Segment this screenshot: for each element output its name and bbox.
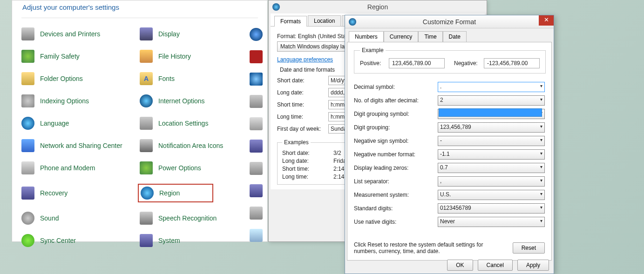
family-icon: [21, 50, 34, 63]
digits-after-label: No. of digits after decimal:: [354, 97, 438, 104]
programs-icon: [250, 162, 263, 175]
cp-item-location[interactable]: Location Settings: [158, 120, 208, 127]
homegroup-icon: [250, 73, 263, 86]
decimal-symbol-label: Decimal symbol:: [354, 84, 438, 90]
location-icon: [140, 117, 153, 130]
first-day-label: First day of week:: [277, 126, 328, 132]
network-icon: [21, 139, 34, 152]
neg-sign-label: Negative sign symbol:: [354, 138, 438, 144]
region-title: Region: [367, 3, 388, 11]
cancel-button[interactable]: Cancel: [478, 260, 513, 271]
cp-item-region[interactable]: Region: [159, 189, 180, 197]
control-panel-col3-icons: [250, 19, 268, 251]
positive-value: 123,456,789.00: [389, 58, 445, 68]
speech-icon: [140, 212, 153, 225]
ex-short-date-lbl: Short date:: [282, 150, 333, 156]
example-fieldset: Example Positive: 123,456,789.00 Negativ…: [354, 47, 546, 74]
power-icon: [140, 161, 153, 174]
measurement-label: Measurement system:: [354, 192, 438, 198]
close-button[interactable]: ✕: [539, 15, 554, 26]
leading-zeros-label: Display leading zeros:: [354, 165, 438, 171]
example-legend: Example: [360, 47, 386, 53]
cp-item-fonts[interactable]: Fonts: [158, 75, 175, 82]
history-icon: [140, 50, 153, 63]
apply-button[interactable]: Apply: [517, 260, 549, 271]
region-highlight-box: Region: [138, 184, 213, 202]
list-separator-label: List separator:: [354, 178, 438, 185]
ex-short-time-val: 2:14: [333, 166, 344, 172]
grouping-combo[interactable]: 123,456,789: [438, 122, 545, 133]
cp-item-network[interactable]: Network and Sharing Center: [40, 142, 122, 149]
sound-icon: [21, 212, 34, 225]
native-digits-combo[interactable]: Never: [438, 217, 545, 227]
native-digits-label: Use native digits:: [354, 219, 438, 225]
language-pref-link[interactable]: Language preferences: [277, 56, 333, 63]
cp-item-phone[interactable]: Phone and Modem: [40, 164, 95, 172]
list-separator-combo[interactable]: ,: [438, 176, 545, 187]
ex-short-date-val: 3/2: [333, 150, 341, 156]
cp-item-internet[interactable]: Internet Options: [158, 97, 205, 105]
ex-long-time-lbl: Long time:: [282, 174, 333, 180]
digits-after-combo[interactable]: 2: [438, 95, 545, 106]
ok-button[interactable]: OK: [447, 260, 473, 271]
std-digits-label: Standard digits:: [354, 205, 438, 212]
cp-item-recovery[interactable]: Recovery: [40, 189, 68, 197]
region-titlebar[interactable]: Region: [269, 0, 487, 13]
tab-location[interactable]: Location: [308, 15, 341, 26]
globe-icon: [272, 3, 280, 11]
leading-zeros-combo[interactable]: 0.7: [438, 163, 545, 173]
cp-item-folder[interactable]: Folder Options: [40, 75, 83, 82]
display-icon: [140, 27, 153, 40]
short-time-label: Short time:: [277, 101, 328, 108]
grouping-label: Digit grouping:: [354, 124, 438, 131]
tab-numbers[interactable]: Numbers: [349, 31, 384, 42]
notification-icon: [140, 139, 153, 152]
ex-short-time-lbl: Short time:: [282, 166, 333, 172]
decimal-symbol-dropdown-list[interactable]: [439, 108, 542, 117]
cp-item-family[interactable]: Family Safety: [40, 53, 80, 60]
cp-item-power[interactable]: Power Options: [158, 164, 201, 172]
printer-icon: [21, 27, 34, 40]
neg-sign-combo[interactable]: -: [438, 136, 545, 146]
control-panel-items: Devices and Printers Display Family Safe…: [12, 18, 267, 256]
short-date-label: Short date:: [277, 77, 328, 84]
sync-icon: [21, 234, 34, 247]
cp-item-speech[interactable]: Speech Recognition: [158, 214, 217, 222]
taskbar-icon: [250, 229, 263, 242]
storage-icon: [250, 207, 263, 220]
tab-currency[interactable]: Currency: [384, 31, 419, 42]
folder-icon: [21, 72, 34, 85]
control-panel-header: Adjust your computer's settings: [12, 0, 267, 18]
tab-formats[interactable]: Formats: [274, 16, 307, 27]
indexing-icon: [21, 94, 34, 107]
ex-long-date-lbl: Long date:: [282, 158, 333, 164]
measurement-combo[interactable]: U.S.: [438, 190, 545, 200]
cp-item-sync[interactable]: Sync Center: [40, 237, 76, 244]
cp-item-sound[interactable]: Sound: [40, 214, 59, 222]
fonts-icon: A: [140, 72, 153, 85]
cp-item-language[interactable]: Language: [40, 120, 69, 127]
remote-icon: [250, 184, 263, 197]
long-time-label: Long time:: [277, 114, 328, 120]
cp-item-display[interactable]: Display: [158, 30, 180, 38]
decimal-symbol-combo[interactable]: .: [438, 82, 545, 92]
customize-titlebar[interactable]: Customize Format ✕: [345, 15, 554, 28]
cp-item-devices[interactable]: Devices and Printers: [40, 30, 100, 38]
cp-item-system[interactable]: System: [158, 237, 180, 244]
positive-label: Positive:: [360, 60, 385, 67]
tab-date[interactable]: Date: [443, 31, 467, 42]
cp-item-indexing[interactable]: Indexing Options: [40, 97, 89, 105]
std-digits-combo[interactable]: 0123456789: [438, 203, 545, 214]
keyboard-icon: [250, 95, 263, 108]
tab-time[interactable]: Time: [418, 31, 442, 42]
cp-item-notification[interactable]: Notification Area Icons: [158, 142, 223, 149]
mouse-icon: [250, 117, 263, 130]
grouping-symbol-label: Digit grouping symbol:: [354, 111, 438, 117]
system-icon: [140, 234, 153, 247]
customize-title: Customize Format: [423, 18, 476, 26]
customize-numbers-body: Example Positive: 123,456,789.00 Negativ…: [347, 42, 552, 261]
reset-button[interactable]: Reset: [513, 242, 545, 254]
neg-format-combo[interactable]: -1.1: [438, 149, 545, 160]
neg-format-label: Negative number format:: [354, 151, 438, 158]
cp-item-filehistory[interactable]: File History: [158, 53, 191, 60]
